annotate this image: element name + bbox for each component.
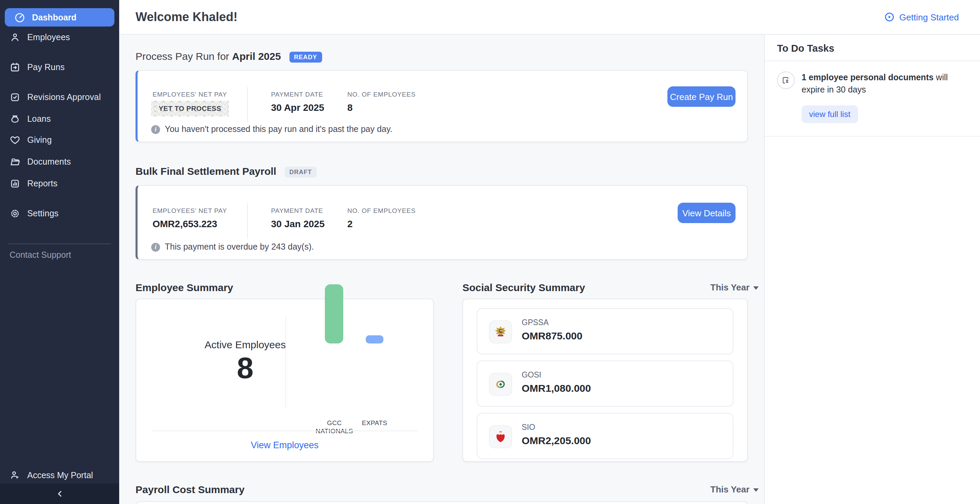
- pay-run-card: EMPLOYEES' NET PAY YET TO PROCESS PAYMEN…: [135, 70, 748, 142]
- filter-label: This Year: [710, 484, 749, 494]
- employee-summary-title: Employee Summary: [135, 282, 233, 293]
- payroll-cost-title: Payroll Cost Summary: [135, 483, 245, 495]
- final-settlement-card: EMPLOYEES' NET PAY OMR2,653.223 PAYMENT …: [135, 185, 748, 260]
- divider: [247, 203, 248, 239]
- page-title: Welcome Khaled!: [135, 10, 237, 24]
- sidebar-item-dashboard[interactable]: Dashboard: [5, 8, 115, 27]
- authority-name: GOSI: [522, 371, 541, 379]
- payment-date-value: 30 Apr 2025: [271, 102, 324, 113]
- sidebar-item-label: Reports: [27, 179, 57, 189]
- employees-label: NO. OF EMPLOYEES: [347, 207, 416, 214]
- gcc-nationals-label: GCC NATIONALS: [315, 419, 354, 434]
- social-security-filter-dropdown[interactable]: This Year: [710, 282, 758, 292]
- social-security-row-gosi: GOSI OMR1,080.000: [477, 360, 733, 407]
- getting-started-label: Getting Started: [899, 12, 959, 22]
- authority-amount: OMR2,205.000: [522, 434, 591, 446]
- chevron-left-icon: [55, 489, 64, 499]
- sidebar-item-label: Giving: [27, 135, 52, 145]
- sidebar-item-settings[interactable]: Settings: [0, 203, 119, 224]
- main-content: Process Pay Run for April 2025 READY EMP…: [119, 35, 764, 504]
- view-full-list-button[interactable]: view full list: [802, 105, 858, 123]
- filter-label: This Year: [710, 282, 749, 292]
- employees-label: NO. OF EMPLOYEES: [347, 90, 416, 98]
- settings-icon: [10, 208, 21, 219]
- sidebar-item-label: Revisions Approval: [27, 92, 101, 102]
- revisions-approval-icon: [10, 92, 21, 103]
- dashboard-icon: [14, 12, 25, 23]
- final-settlement-section-title: Bulk Final Settlement Payroll DRAFT: [135, 165, 317, 178]
- net-pay-label: EMPLOYEES' NET PAY: [153, 207, 227, 214]
- sidebar-item-reports[interactable]: Reports: [0, 173, 119, 194]
- sidebar-item-pay-runs[interactable]: Pay Runs: [0, 57, 119, 78]
- giving-icon: [10, 135, 21, 146]
- sidebar-collapse-button[interactable]: [0, 483, 119, 504]
- ready-badge: READY: [289, 52, 322, 63]
- sidebar-item-revisions-approval[interactable]: Revisions Approval: [0, 87, 119, 108]
- divider: [765, 136, 980, 137]
- access-my-portal-label: Access My Portal: [27, 471, 93, 480]
- sidebar-item-employees[interactable]: Employees: [0, 27, 119, 48]
- view-employees-link[interactable]: View Employees: [136, 440, 433, 450]
- play-circle-icon: [884, 11, 894, 22]
- sidebar-item-label: Dashboard: [32, 13, 76, 22]
- document-expiry-icon: [777, 71, 795, 89]
- sidebar: Dashboard Employees Pay Runs Revisions A…: [0, 0, 119, 504]
- payment-date-label: PAYMENT DATE: [271, 207, 323, 214]
- info-icon: i: [151, 125, 160, 134]
- authority-name: GPSSA: [522, 318, 549, 326]
- gcc-nationals-bar: [325, 284, 343, 344]
- employee-summary-card: Active Employees 8 GCC NATIONALS EXPATS …: [135, 299, 434, 462]
- contact-support-link[interactable]: Contact Support: [10, 250, 71, 260]
- net-pay-value: OMR2,653.223: [153, 218, 217, 229]
- payroll-cost-section-title: Payroll Cost Summary: [135, 483, 245, 495]
- todo-tasks-title: To Do Tasks: [777, 43, 834, 54]
- authority-amount: OMR1,080.000: [522, 382, 591, 394]
- view-details-button[interactable]: View Details: [678, 203, 735, 223]
- pay-run-section-title: Process Pay Run for April 2025 READY: [135, 50, 322, 63]
- employees-icon: [10, 32, 21, 43]
- final-settlement-note-text: This payment is overdue by 243 day(s).: [165, 242, 314, 252]
- payroll-dashboard: Dashboard Employees Pay Runs Revisions A…: [0, 0, 980, 504]
- social-security-row-sio: SIO OMR2,205.000: [477, 413, 733, 459]
- employee-count-value: 2: [347, 218, 353, 229]
- divider: [152, 431, 417, 431]
- info-icon: i: [151, 242, 160, 251]
- divider: [285, 317, 286, 409]
- draft-badge: DRAFT: [285, 166, 317, 178]
- active-employees-count: 8: [177, 351, 313, 385]
- create-pay-run-button[interactable]: Create Pay Run: [667, 86, 735, 107]
- reports-icon: [10, 178, 21, 189]
- gosi-logo-icon: [489, 373, 512, 396]
- pay-run-title-prefix: Process Pay Run for: [135, 50, 229, 62]
- expats-label: EXPATS: [358, 419, 391, 427]
- loans-icon: [10, 114, 21, 124]
- divider: [247, 87, 248, 122]
- authority-name: SIO: [522, 423, 535, 431]
- sidebar-item-documents[interactable]: Documents: [0, 152, 119, 172]
- employee-count-value: 8: [347, 102, 353, 113]
- social-security-card: GPSSA OMR875.000 GOSI OMR1,080.000: [462, 299, 748, 462]
- divider: [765, 60, 980, 61]
- payment-date-value: 30 Jan 2025: [271, 218, 325, 229]
- sidebar-item-giving[interactable]: Giving: [0, 130, 119, 150]
- payroll-cost-filter-dropdown[interactable]: This Year: [710, 484, 758, 494]
- payment-date-label: PAYMENT DATE: [271, 90, 323, 98]
- getting-started-link[interactable]: Getting Started: [884, 11, 959, 22]
- sidebar-item-label: Pay Runs: [27, 63, 65, 72]
- access-my-portal-link[interactable]: Access My Portal: [0, 469, 119, 483]
- todo-task-item: 1 employee personal documents will expir…: [802, 71, 969, 96]
- todo-tasks-panel: To Do Tasks 1 employee personal document…: [764, 35, 980, 504]
- social-security-row-gpssa: GPSSA OMR875.000: [477, 308, 733, 354]
- net-pay-label: EMPLOYEES' NET PAY: [153, 90, 227, 98]
- sidebar-item-loans[interactable]: Loans: [0, 109, 119, 129]
- employee-summary-section-title: Employee Summary: [135, 282, 233, 293]
- expats-bar: [366, 335, 383, 344]
- bahrain-emblem-icon: [489, 425, 512, 448]
- sidebar-item-label: Loans: [27, 114, 51, 124]
- caret-down-icon: [753, 488, 758, 491]
- sidebar-item-label: Documents: [27, 157, 71, 166]
- uae-emblem-icon: [489, 320, 512, 344]
- authority-amount: OMR875.000: [522, 330, 582, 341]
- sidebar-divider: [8, 244, 111, 244]
- portal-user-icon: [10, 470, 21, 481]
